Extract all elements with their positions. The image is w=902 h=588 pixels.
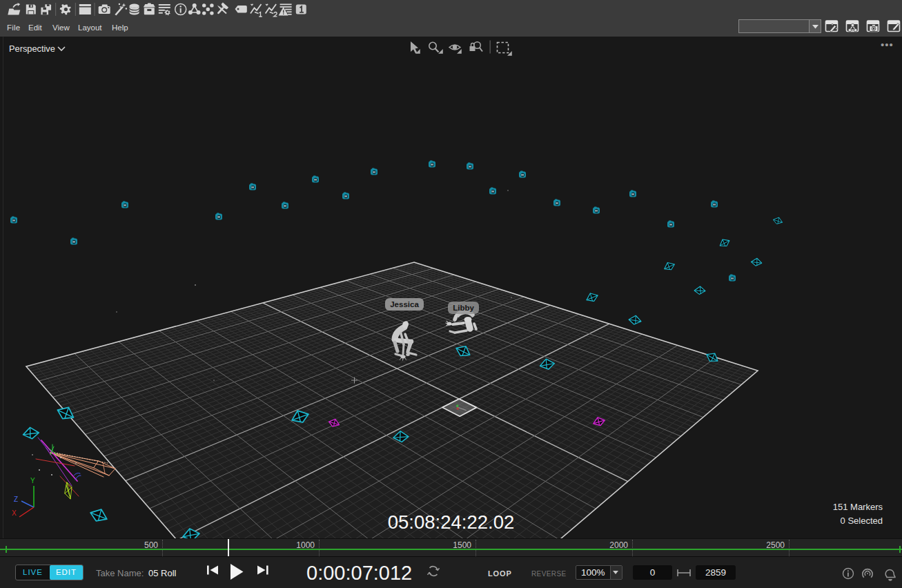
svg-text:Z: Z: [14, 496, 18, 503]
svg-text:Y: Y: [30, 477, 35, 484]
